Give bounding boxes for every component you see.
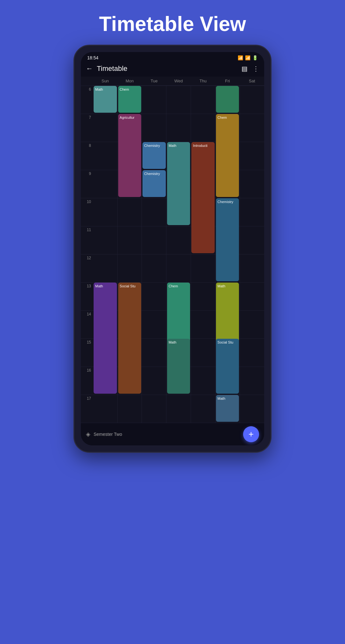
header-sat: Sat — [240, 77, 264, 85]
event-block[interactable]: Chemistry — [142, 170, 166, 197]
col-thu — [191, 86, 215, 423]
event-block[interactable] — [216, 86, 239, 113]
main-heading: Timetable View — [93, 0, 252, 45]
event-block[interactable]: Social Stu — [118, 283, 142, 394]
semester-label: Semester Two — [94, 432, 122, 437]
col-sat — [240, 86, 264, 423]
event-block[interactable]: Chem — [118, 86, 142, 113]
days-grid: Sun Mon Tue Wed Thu Fri Sat — [93, 77, 264, 423]
time-15: 15 — [81, 338, 93, 367]
wifi-icon: 📶 — [238, 55, 243, 60]
time-6: 6 — [81, 86, 93, 114]
event-block[interactable]: Math — [216, 395, 239, 422]
time-14: 14 — [81, 310, 93, 338]
header-mon: Mon — [118, 77, 142, 85]
status-icons: 📶 📶 🔋 — [238, 55, 258, 60]
header-wed: Wed — [166, 77, 191, 85]
app-header: ← Timetable ▤ ⋮ — [81, 62, 264, 77]
header-actions: ▤ ⋮ — [241, 65, 259, 72]
signal-icon: 📶 — [245, 55, 250, 60]
event-block[interactable]: Introducti — [191, 142, 215, 253]
event-block[interactable]: Math — [167, 339, 190, 394]
event-block[interactable]: Math — [167, 142, 190, 225]
time-13: 13 — [81, 282, 93, 310]
event-block[interactable]: Chem — [216, 114, 239, 197]
timetable: 6 7 8 9 10 11 12 13 14 15 16 17 Sun Mon … — [81, 77, 264, 423]
page-title-section: Timetable View — [93, 0, 252, 45]
time-17: 17 — [81, 395, 93, 423]
bottom-bar: ◈ Semester Two + — [81, 423, 264, 445]
battery-icon: 🔋 — [252, 55, 258, 60]
time-10: 10 — [81, 198, 93, 226]
time-12: 12 — [81, 254, 93, 282]
event-block[interactable]: Math — [94, 283, 117, 394]
event-block[interactable]: Math — [94, 86, 117, 113]
time-8: 8 — [81, 142, 93, 170]
phone-screen: 18:54 📶 📶 🔋 ← Timetable ▤ ⋮ 6 — [81, 52, 264, 445]
layers-icon: ◈ — [86, 431, 90, 438]
day-headers: Sun Mon Tue Wed Thu Fri Sat — [93, 77, 264, 86]
add-event-button[interactable]: + — [243, 426, 259, 442]
phone-frame: 18:54 📶 📶 🔋 ← Timetable ▤ ⋮ 6 — [73, 45, 272, 453]
header-sun: Sun — [93, 77, 118, 85]
status-bar: 18:54 📶 📶 🔋 — [81, 52, 264, 62]
event-block[interactable]: Chemistry — [216, 198, 239, 281]
back-button[interactable]: ← — [86, 64, 93, 73]
time-7: 7 — [81, 114, 93, 142]
bottom-left: ◈ Semester Two — [86, 431, 122, 438]
more-options-button[interactable]: ⋮ — [253, 65, 259, 72]
header-tue: Tue — [142, 77, 166, 85]
clock: 18:54 — [87, 55, 98, 60]
grid-body: MathChemAgriculturChemistryChemistryMath… — [93, 86, 264, 423]
time-column: 6 7 8 9 10 11 12 13 14 15 16 17 — [81, 77, 93, 423]
header-thu: Thu — [191, 77, 215, 85]
event-block[interactable]: Agricultur — [118, 114, 142, 197]
time-9: 9 — [81, 170, 93, 198]
time-11: 11 — [81, 226, 93, 254]
grid-view-button[interactable]: ▤ — [241, 65, 248, 72]
col-tue — [142, 86, 166, 423]
time-16: 16 — [81, 367, 93, 395]
header-fri: Fri — [215, 77, 240, 85]
header-left: ← Timetable — [86, 64, 127, 73]
event-block[interactable]: Social Stu — [216, 339, 239, 394]
event-block[interactable]: Chemistry — [142, 142, 166, 169]
app-title: Timetable — [97, 64, 127, 73]
